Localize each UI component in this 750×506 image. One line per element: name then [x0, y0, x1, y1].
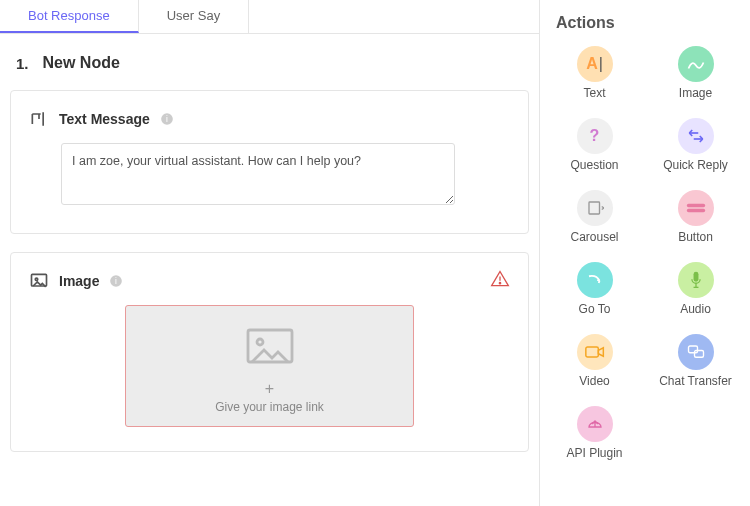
info-icon[interactable]: i: [160, 112, 174, 126]
action-video[interactable]: Video: [546, 334, 643, 388]
image-card-title: Image: [59, 273, 99, 289]
action-audio[interactable]: Audio: [647, 262, 744, 316]
svg-point-10: [257, 339, 263, 345]
api-plugin-action-icon: [577, 406, 613, 442]
svg-rect-11: [589, 202, 600, 214]
action-label: Image: [679, 86, 712, 100]
action-text[interactable]: A| Text: [546, 46, 643, 100]
sidebar-title: Actions: [556, 14, 744, 32]
action-chat-transfer[interactable]: Chat Transfer: [647, 334, 744, 388]
goto-action-icon: [577, 262, 613, 298]
svg-point-4: [35, 278, 38, 281]
actions-sidebar: Actions A| Text Image ? Question Quick R…: [540, 0, 750, 506]
text-message-card: Text Message i: [10, 90, 529, 234]
action-label: Video: [579, 374, 609, 388]
question-action-icon: ?: [577, 118, 613, 154]
svg-text:i: i: [116, 277, 118, 286]
action-quick-reply[interactable]: Quick Reply: [647, 118, 744, 172]
tab-bot-response[interactable]: Bot Response: [0, 0, 139, 33]
image-placeholder-text: Give your image link: [215, 400, 324, 414]
text-message-input[interactable]: [61, 143, 455, 205]
svg-point-8: [499, 283, 500, 284]
quick-reply-action-icon: [678, 118, 714, 154]
svg-rect-16: [693, 272, 698, 282]
action-label: Question: [570, 158, 618, 172]
svg-rect-15: [686, 209, 704, 212]
action-label: Button: [678, 230, 713, 244]
plus-icon: +: [265, 380, 274, 398]
tabs: Bot Response User Say: [0, 0, 539, 34]
action-label: Audio: [680, 302, 711, 316]
action-goto[interactable]: Go To: [546, 262, 643, 316]
chat-transfer-action-icon: [678, 334, 714, 370]
svg-rect-14: [686, 204, 704, 207]
image-icon: [29, 271, 49, 291]
audio-action-icon: [678, 262, 714, 298]
text-card-title: Text Message: [59, 111, 150, 127]
action-label: Carousel: [570, 230, 618, 244]
text-icon: [29, 109, 49, 129]
svg-rect-19: [585, 347, 598, 357]
tab-user-say[interactable]: User Say: [139, 0, 249, 33]
action-question[interactable]: ? Question: [546, 118, 643, 172]
action-label: Go To: [579, 302, 611, 316]
node-number: 1.: [16, 55, 29, 72]
carousel-action-icon: [577, 190, 613, 226]
action-label: Chat Transfer: [659, 374, 732, 388]
svg-rect-21: [694, 351, 703, 358]
node-title-row: 1. New Node: [10, 54, 529, 72]
action-button[interactable]: Button: [647, 190, 744, 244]
action-carousel[interactable]: Carousel: [546, 190, 643, 244]
action-image[interactable]: Image: [647, 46, 744, 100]
action-api-plugin[interactable]: API Plugin: [546, 406, 643, 460]
warning-icon: [490, 269, 510, 293]
info-icon[interactable]: i: [109, 274, 123, 288]
svg-line-13: [601, 208, 603, 210]
image-card: Image i + Give your image link: [10, 252, 529, 452]
image-placeholder-icon: [246, 328, 294, 372]
action-label: API Plugin: [566, 446, 622, 460]
svg-rect-20: [688, 346, 697, 353]
button-action-icon: [678, 190, 714, 226]
action-label: Text: [583, 86, 605, 100]
image-dropzone[interactable]: + Give your image link: [125, 305, 414, 427]
node-name: New Node: [43, 54, 120, 72]
text-action-icon: A|: [577, 46, 613, 82]
svg-text:i: i: [166, 115, 168, 124]
image-action-icon: [678, 46, 714, 82]
video-action-icon: [577, 334, 613, 370]
action-label: Quick Reply: [663, 158, 728, 172]
main-panel: Bot Response User Say 1. New Node Text M…: [0, 0, 540, 506]
